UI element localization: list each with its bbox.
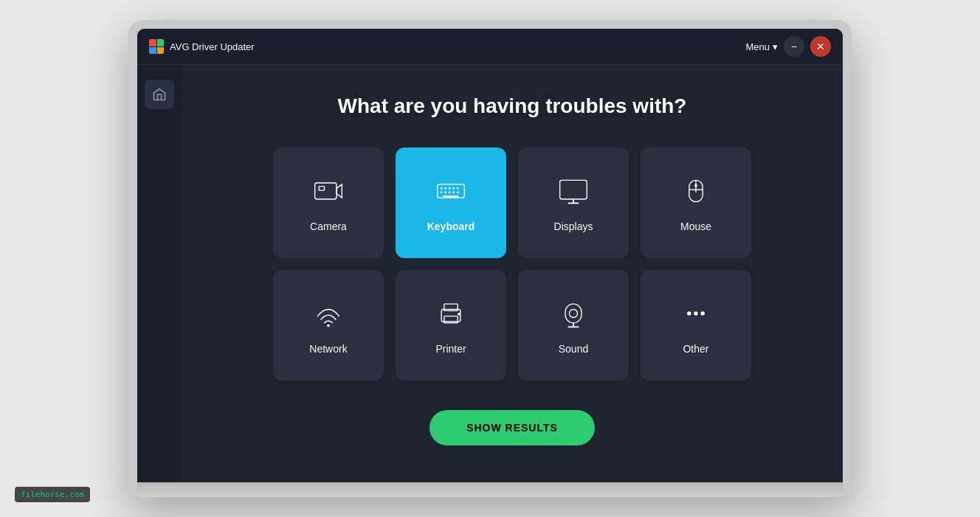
svg-point-31 — [687, 311, 691, 316]
titlebar: AVG Driver Updater Menu ▾ − ✕ — [137, 29, 843, 65]
filehorse-badge: filehorse.com — [15, 487, 90, 502]
mouse-label: Mouse — [680, 221, 711, 232]
sound-icon — [556, 296, 591, 331]
page-heading: What are you having troubles with? — [338, 94, 687, 118]
other-label: Other — [683, 343, 708, 355]
network-label: Network — [309, 343, 347, 355]
svg-rect-15 — [560, 180, 587, 199]
svg-rect-27 — [565, 304, 582, 323]
laptop-bottom — [137, 482, 843, 497]
main-content: What are you having troubles with? Camer… — [182, 65, 843, 482]
svg-rect-0 — [315, 183, 337, 199]
svg-point-32 — [694, 311, 698, 316]
displays-icon — [556, 173, 591, 209]
category-camera[interactable]: Camera — [273, 148, 384, 258]
minimize-button[interactable]: − — [784, 36, 804, 57]
category-mouse[interactable]: Mouse — [641, 148, 751, 258]
displays-label: Displays — [554, 221, 593, 232]
logo-q1 — [149, 39, 156, 46]
category-sound[interactable]: Sound — [518, 270, 629, 381]
category-network[interactable]: Network — [273, 270, 384, 381]
categories-grid: Camera — [273, 148, 751, 381]
svg-point-21 — [694, 184, 697, 187]
home-button[interactable] — [145, 80, 174, 109]
keyboard-label: Keyboard — [427, 221, 475, 232]
other-icon — [678, 296, 714, 331]
category-keyboard[interactable]: Keyboard — [396, 148, 506, 258]
logo-q2 — [157, 39, 165, 46]
show-results-button[interactable]: SHOW RESULTS — [429, 410, 595, 445]
keyboard-icon — [433, 173, 469, 209]
svg-point-28 — [570, 310, 578, 318]
app-title: AVG Driver Updater — [170, 41, 255, 52]
printer-label: Printer — [435, 343, 466, 355]
app-body: What are you having troubles with? Camer… — [137, 65, 843, 482]
svg-rect-2 — [319, 187, 324, 191]
svg-marker-1 — [337, 184, 342, 198]
screen: AVG Driver Updater Menu ▾ − ✕ — [137, 29, 843, 482]
svg-point-26 — [458, 313, 460, 316]
camera-icon — [311, 173, 346, 209]
close-button[interactable]: ✕ — [810, 36, 831, 57]
printer-icon — [433, 296, 469, 331]
network-icon — [311, 296, 346, 331]
svg-point-22 — [327, 325, 330, 327]
category-displays[interactable]: Displays — [518, 148, 629, 258]
mouse-icon — [678, 173, 714, 209]
sound-label: Sound — [559, 343, 588, 355]
avg-logo — [149, 39, 164, 54]
svg-point-33 — [700, 311, 705, 316]
camera-label: Camera — [310, 221, 347, 232]
logo-q4 — [157, 47, 165, 55]
menu-button[interactable]: Menu ▾ — [745, 41, 778, 52]
sidebar — [137, 65, 182, 482]
titlebar-right: Menu ▾ − ✕ — [745, 36, 831, 57]
category-other[interactable]: Other — [641, 270, 751, 381]
laptop-frame: AVG Driver Updater Menu ▾ − ✕ — [128, 20, 852, 497]
titlebar-left: AVG Driver Updater — [149, 39, 255, 54]
category-printer[interactable]: Printer — [396, 270, 506, 381]
logo-q3 — [149, 47, 156, 55]
